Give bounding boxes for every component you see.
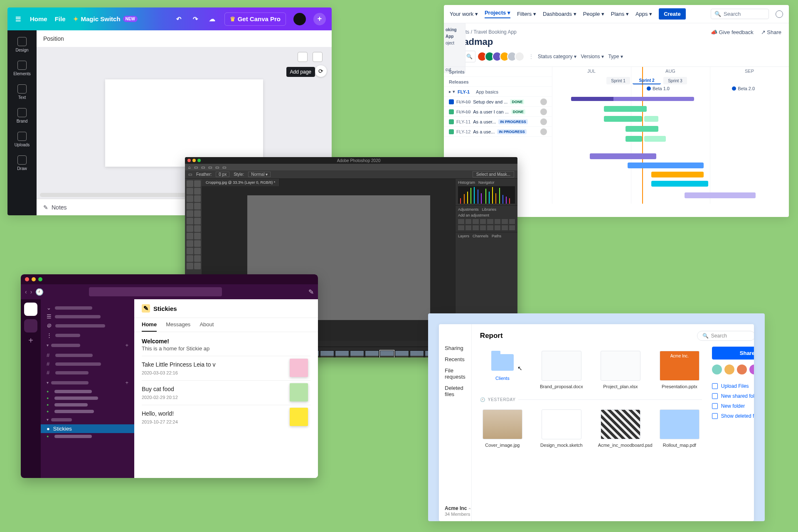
nav-home[interactable]: Home [30, 15, 47, 22]
member-avatars[interactable] [712, 365, 754, 374]
give-feedback-button[interactable]: 📣 Give feedback [711, 29, 754, 35]
nav-projects[interactable]: Projects ▾ [485, 10, 510, 18]
tab-messages[interactable]: Messages [166, 318, 190, 332]
tool-icon[interactable] [187, 240, 193, 247]
tool-icon[interactable] [187, 195, 193, 202]
nav-your-work[interactable]: Your work ▾ [450, 11, 478, 17]
tool-icon[interactable] [187, 203, 193, 209]
create-button[interactable]: Create [659, 8, 685, 20]
sidebar-item-brand[interactable]: Brand [7, 105, 37, 127]
note-item[interactable]: Buy cat food 2020-02-29 20:12 [142, 380, 310, 405]
panel-tab-libraries[interactable]: Libraries [482, 207, 497, 212]
adjustment-icon[interactable] [458, 219, 464, 224]
tool-icon[interactable] [194, 233, 201, 239]
panel-tab-navigator[interactable]: Navigator [478, 180, 495, 185]
add-button[interactable]: + [313, 13, 326, 25]
side-requests[interactable]: File requests [445, 365, 466, 382]
file-card[interactable]: Acme Inc.Presentation.pptx [657, 351, 702, 389]
workspace-icon[interactable] [24, 319, 37, 332]
note-item[interactable]: Take Little Princess Leia to v 2020-03-0… [142, 356, 310, 380]
note-item[interactable]: Hello, world! 2019-10-27 22:24 [142, 405, 310, 429]
notifications-icon[interactable] [776, 10, 783, 18]
side-deleted[interactable]: Deleted files [445, 382, 466, 400]
nav-dashboards[interactable]: Dashboards ▾ [543, 11, 576, 17]
release-marker[interactable]: Beta 1.0 [647, 86, 670, 91]
position-button[interactable]: Position [43, 35, 64, 42]
file-card[interactable]: Acme_inc_moodboard.psd [598, 409, 643, 448]
tool-icon[interactable] [187, 188, 193, 195]
home-icon[interactable]: ⌂ [188, 165, 191, 170]
versions-filter[interactable]: Versions ▾ [581, 54, 604, 59]
compose-icon[interactable]: ✎ [308, 288, 314, 296]
release-marker[interactable]: Beta 2.0 [732, 86, 755, 91]
team-info[interactable]: Acme Inc34 Members ⌃ [445, 505, 470, 517]
tool-icon[interactable] [194, 225, 201, 232]
tool-icon[interactable] [187, 255, 193, 262]
new-shared-folder-link[interactable]: New shared folder [712, 391, 754, 401]
file-card[interactable]: ↖ Clients [480, 351, 525, 389]
tool-icon[interactable] [194, 180, 201, 187]
epic-row[interactable]: ▸ ▾ FLY-1 App basics [444, 87, 552, 97]
tool-icon[interactable] [194, 188, 201, 195]
file-card[interactable]: Cover_image.jpg [480, 409, 525, 448]
tool-icon[interactable] [187, 248, 193, 254]
issue-row[interactable]: FLY-10As a user I can ...DONE [444, 107, 552, 117]
sidebar-item-stickies[interactable]: ●Stickies [41, 424, 134, 433]
cloud-sync-icon[interactable]: ☁ [208, 15, 217, 24]
magic-switch-button[interactable]: ✦ Magic Switch NEW [73, 15, 138, 23]
file-card[interactable]: Project_plan.xlsx [598, 351, 643, 389]
nav-file[interactable]: File [55, 15, 66, 22]
tool-icon[interactable] [194, 203, 201, 209]
issue-row[interactable]: FLY-10Setup dev and ...DONE [444, 97, 552, 107]
file-card[interactable]: Rollout_map.pdf [657, 409, 702, 448]
tab-about[interactable]: About [200, 318, 214, 332]
issue-row[interactable]: FLY-11As a user...IN PROGRESS [444, 117, 552, 127]
sidebar-item-design[interactable]: Design [7, 34, 37, 56]
show-deleted-link[interactable]: Show deleted files [712, 411, 754, 421]
file-card[interactable]: Brand_proposal.docx [539, 351, 584, 389]
tool-icon[interactable] [194, 210, 201, 217]
nav-filters[interactable]: Filters ▾ [517, 11, 536, 17]
select-and-mask-button[interactable]: Select and Mask... [473, 171, 514, 177]
file-card[interactable]: ◆Design_mock.sketch [539, 409, 584, 448]
undo-icon[interactable]: ↶ [175, 15, 184, 24]
share-button[interactable]: Share [712, 347, 754, 360]
style-select[interactable]: Normal ▾ [248, 172, 271, 177]
side-recents[interactable]: Recents [445, 354, 466, 365]
duplicate-page-icon[interactable] [298, 52, 308, 62]
sidebar-item-elements[interactable]: Elements [7, 57, 37, 79]
avatar[interactable] [293, 13, 306, 25]
add-workspace-icon[interactable]: + [28, 336, 33, 345]
feather-input[interactable]: 0 px [216, 172, 229, 177]
tool-icon[interactable] [194, 255, 201, 262]
side-sharing[interactable]: Sharing [445, 342, 466, 354]
share-button[interactable]: ↗ Share [761, 29, 781, 35]
nav-forward-icon[interactable]: › [30, 288, 32, 295]
nav-back-icon[interactable]: ‹ [25, 288, 27, 295]
tool-icon[interactable] [187, 210, 193, 217]
tool-icon[interactable] [187, 263, 193, 269]
tool-icon[interactable] [194, 240, 201, 247]
window-titlebar[interactable]: Adobe Photoshop 2020 [185, 157, 517, 164]
tab-home[interactable]: Home [142, 318, 157, 332]
assignee-filter[interactable] [480, 52, 525, 62]
sidebar-item-draw[interactable]: Draw [7, 152, 37, 174]
issue-row[interactable]: FLY-12As a use...IN PROGRESS [444, 127, 552, 137]
workspace-icon[interactable] [24, 303, 37, 316]
tool-icon[interactable] [194, 218, 201, 224]
tool-icon[interactable] [194, 263, 201, 269]
tool-icon[interactable] [187, 225, 193, 232]
tool-icon[interactable] [187, 233, 193, 239]
sidebar-item-text[interactable]: Text [7, 81, 37, 103]
window-titlebar[interactable] [21, 274, 318, 284]
tool-icon[interactable] [194, 248, 201, 254]
panel-tab-layers[interactable]: Layers [458, 234, 469, 238]
type-filter[interactable]: Type ▾ [608, 54, 623, 59]
document-tab[interactable]: Cropping.jpg @ 33.3% (Layer 0, RGB/8) * [202, 179, 280, 186]
status-filter[interactable]: Status category ▾ [538, 54, 576, 59]
panel-tab-histogram[interactable]: Histogram [458, 180, 475, 185]
canvas-page[interactable] [105, 79, 263, 167]
slack-search[interactable] [89, 287, 222, 296]
nav-plans[interactable]: Plans ▾ [611, 11, 629, 17]
nav-apps[interactable]: Apps ▾ [635, 11, 652, 17]
